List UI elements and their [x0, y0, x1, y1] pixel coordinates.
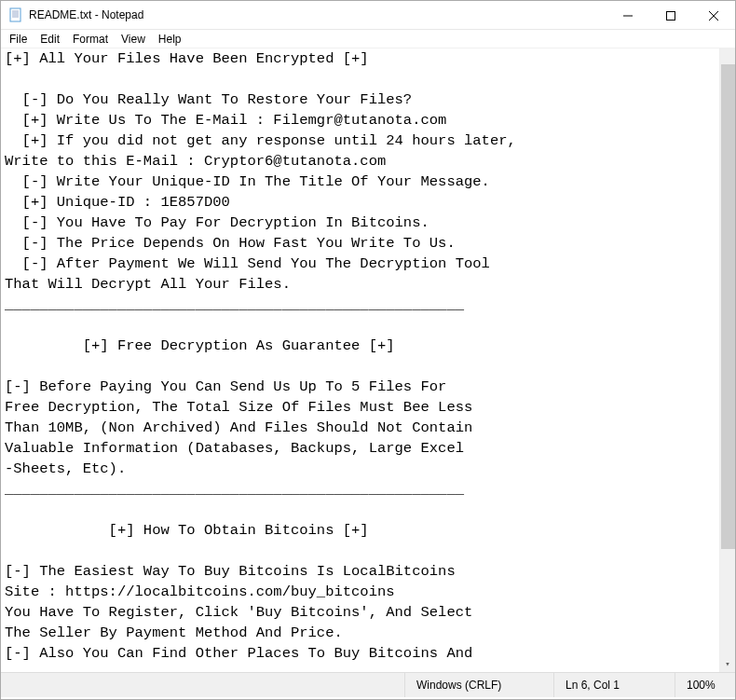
menu-format[interactable]: Format [66, 31, 115, 48]
status-line-ending: Windows (CRLF) [404, 673, 553, 697]
scroll-down-arrow-icon[interactable]: ▾ [720, 656, 735, 672]
window-title: README.txt - Notepad [29, 8, 607, 21]
window-titlebar: README.txt - Notepad [1, 1, 735, 30]
status-cursor-position: Ln 6, Col 1 [553, 673, 675, 697]
scrollbar-thumb[interactable] [721, 64, 735, 549]
document-body: [+] All Your Files Have Been Encrypted [… [5, 50, 516, 662]
text-area[interactable]: [+] All Your Files Have Been Encrypted [… [1, 48, 735, 672]
menu-view[interactable]: View [115, 31, 152, 48]
menu-bar: File Edit Format View Help [1, 30, 735, 48]
menu-edit[interactable]: Edit [34, 31, 66, 48]
vertical-scrollbar[interactable]: ▴ ▾ [719, 48, 735, 672]
status-bar: Windows (CRLF) Ln 6, Col 1 100% [1, 672, 735, 697]
maximize-button[interactable] [649, 1, 692, 30]
menu-help[interactable]: Help [152, 31, 188, 48]
menu-file[interactable]: File [3, 31, 34, 48]
notepad-icon [8, 7, 23, 22]
svg-rect-6 [667, 11, 675, 20]
window-controls [607, 1, 735, 29]
status-zoom: 100% [675, 673, 735, 697]
minimize-button[interactable] [607, 1, 649, 30]
close-button[interactable] [692, 1, 735, 30]
